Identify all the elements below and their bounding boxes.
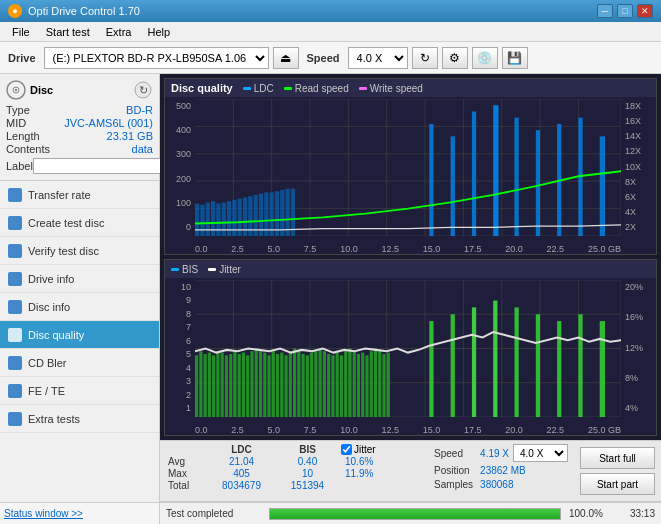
svg-rect-101: [344, 351, 347, 417]
svg-rect-111: [387, 353, 390, 417]
start-full-button[interactable]: Start full: [580, 447, 655, 469]
nav-disc-info[interactable]: Disc info: [0, 293, 159, 321]
legend-jitter: Jitter: [208, 264, 241, 275]
status-window-button[interactable]: Status window >>: [4, 508, 83, 519]
svg-rect-67: [199, 351, 202, 417]
menu-start-test[interactable]: Start test: [38, 24, 98, 40]
svg-rect-114: [472, 307, 476, 417]
max-label: Max: [168, 468, 208, 479]
svg-rect-94: [314, 351, 317, 417]
jitter-checkbox[interactable]: [341, 444, 352, 455]
disc-label-row: Label ✎: [6, 158, 153, 174]
svg-rect-95: [319, 349, 322, 418]
nav-extra-tests[interactable]: Extra tests: [0, 405, 159, 433]
legend-bis-dot: [171, 268, 179, 271]
svg-rect-98: [331, 355, 334, 417]
svg-rect-70: [212, 355, 215, 417]
start-part-button[interactable]: Start part: [580, 473, 655, 495]
total-ldc: 8034679: [209, 480, 274, 491]
disc-type-row: Type BD-R: [6, 104, 153, 116]
svg-rect-93: [310, 353, 313, 417]
disc-info-icon: [8, 300, 22, 314]
legend-read-dot: [284, 87, 292, 90]
svg-rect-80: [255, 349, 258, 418]
svg-rect-79: [250, 351, 253, 417]
menu-bar: File Start test Extra Help: [0, 22, 661, 42]
verify-test-disc-icon: [8, 244, 22, 258]
disc-panel: Disc ↻ Type BD-R MID JVC-AMS6L (001) Len…: [0, 74, 159, 181]
close-button[interactable]: ✕: [637, 4, 653, 18]
svg-rect-43: [472, 111, 476, 236]
legend-read-speed: Read speed: [284, 83, 349, 94]
cd-bler-icon: [8, 356, 22, 370]
chart1-svg: [195, 99, 621, 236]
svg-rect-112: [429, 321, 433, 417]
title-bar-controls: ─ □ ✕: [597, 4, 653, 18]
svg-rect-25: [211, 201, 215, 236]
speed-select[interactable]: 4.0 X 2.0 X 6.0 X 8.0 X: [348, 47, 408, 69]
menu-file[interactable]: File: [4, 24, 38, 40]
disc-refresh-icon[interactable]: ↻: [133, 80, 153, 100]
svg-rect-44: [493, 105, 498, 236]
legend-write-dot: [359, 87, 367, 90]
samples-label: Samples: [434, 479, 476, 490]
progress-bar-container: [269, 508, 561, 520]
disc-label-input[interactable]: [33, 158, 164, 174]
drive-select[interactable]: (E:) PLEXTOR BD-R PX-LB950SA 1.06: [44, 47, 269, 69]
svg-rect-77: [242, 353, 245, 417]
chart2-y-right: 20% 16% 12% 8% 4%: [623, 280, 656, 415]
svg-rect-110: [382, 354, 385, 417]
avg-ldc: 21.04: [209, 456, 274, 467]
legend-ldc-dot: [243, 87, 251, 90]
nav-drive-info[interactable]: Drive info: [0, 265, 159, 293]
nav-fe-te[interactable]: FE / TE: [0, 377, 159, 405]
svg-rect-108: [374, 349, 377, 418]
svg-rect-49: [600, 136, 605, 236]
settings-button[interactable]: ⚙: [442, 47, 468, 69]
legend-ldc: LDC: [243, 83, 274, 94]
jitter-checkbox-area: Jitter: [341, 444, 420, 455]
svg-rect-42: [451, 136, 455, 236]
nav-create-test-disc[interactable]: Create test disc: [0, 209, 159, 237]
svg-rect-41: [429, 124, 433, 236]
speed-select[interactable]: 4.0 X 2.0 X 6.0 X: [513, 444, 568, 462]
menu-extra[interactable]: Extra: [98, 24, 140, 40]
minimize-button[interactable]: ─: [597, 4, 613, 18]
eject-button[interactable]: ⏏: [273, 47, 299, 69]
save-button[interactable]: 💾: [502, 47, 528, 69]
nav-transfer-rate[interactable]: Transfer rate: [0, 181, 159, 209]
svg-rect-75: [233, 351, 236, 417]
chart2-y-left: 10 9 8 7 6 5 4 3 2 1: [165, 280, 193, 415]
svg-rect-76: [238, 354, 241, 417]
svg-point-2: [15, 89, 17, 91]
drive-label: Drive: [4, 52, 40, 64]
avg-jitter: 10.6%: [341, 456, 420, 467]
nav-verify-test-disc[interactable]: Verify test disc: [0, 237, 159, 265]
nav-disc-quality[interactable]: Disc quality: [0, 321, 159, 349]
svg-rect-85: [276, 354, 279, 417]
chart2-svg: [195, 280, 621, 417]
maximize-button[interactable]: □: [617, 4, 633, 18]
stats-bar: LDC BIS Jitter Avg 21.04 0.40 10.6% Max …: [160, 440, 661, 524]
speed-value: 4.19 X: [480, 448, 509, 459]
menu-help[interactable]: Help: [139, 24, 178, 40]
cd-button[interactable]: 💿: [472, 47, 498, 69]
transfer-rate-icon: [8, 188, 22, 202]
chart-ldc: Disc quality LDC Read speed Write speed: [164, 78, 657, 255]
svg-rect-86: [280, 353, 283, 417]
refresh-button[interactable]: ↻: [412, 47, 438, 69]
status-bottom-bar: Test completed 100.0% 33:13: [160, 502, 661, 524]
position-value: 23862 MB: [480, 465, 526, 476]
svg-rect-92: [306, 355, 309, 417]
svg-rect-66: [195, 355, 198, 417]
toolbar: Drive (E:) PLEXTOR BD-R PX-LB950SA 1.06 …: [0, 42, 661, 74]
svg-rect-100: [340, 355, 343, 417]
chart1-y-right: 18X 16X 14X 12X 10X 8X 6X 4X 2X: [623, 99, 656, 234]
svg-rect-116: [515, 307, 519, 417]
svg-text:↻: ↻: [139, 84, 148, 96]
disc-header: Disc ↻: [6, 80, 153, 100]
svg-rect-68: [204, 354, 207, 417]
nav-cd-bler[interactable]: CD Bler: [0, 349, 159, 377]
disc-icon: [6, 80, 26, 100]
position-row: Position 23862 MB: [434, 465, 568, 476]
